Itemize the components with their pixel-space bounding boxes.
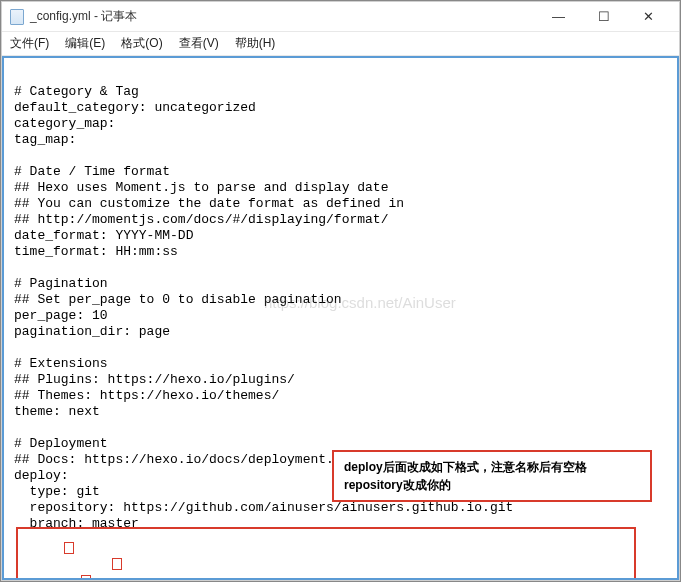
menubar: 文件(F) 编辑(E) 格式(O) 查看(V) 帮助(H) bbox=[2, 32, 679, 56]
notepad-window: _config.yml - 记事本 — ☐ ✕ 文件(F) 编辑(E) 格式(O… bbox=[1, 1, 680, 581]
file-icon bbox=[10, 9, 24, 25]
highlight-space-repository bbox=[112, 558, 122, 570]
window-buttons: — ☐ ✕ bbox=[536, 2, 671, 31]
menu-format[interactable]: 格式(O) bbox=[121, 35, 162, 52]
client-area: # Category & Tag default_category: uncat… bbox=[2, 56, 679, 580]
window-title: _config.yml - 记事本 bbox=[30, 8, 137, 25]
menu-view[interactable]: 查看(V) bbox=[179, 35, 219, 52]
highlight-space-branch bbox=[81, 575, 91, 580]
maximize-button[interactable]: ☐ bbox=[581, 2, 626, 31]
annotation-box: deploy后面改成如下格式，注意名称后有空格 repository改成你的 bbox=[332, 450, 652, 502]
highlight-space-type bbox=[64, 542, 74, 554]
menu-file[interactable]: 文件(F) bbox=[10, 35, 49, 52]
menu-edit[interactable]: 编辑(E) bbox=[65, 35, 105, 52]
minimize-button[interactable]: — bbox=[536, 2, 581, 31]
close-button[interactable]: ✕ bbox=[626, 2, 671, 31]
annotation-line2: repository改成你的 bbox=[344, 476, 640, 494]
menu-help[interactable]: 帮助(H) bbox=[235, 35, 276, 52]
titlebar[interactable]: _config.yml - 记事本 — ☐ ✕ bbox=[2, 2, 679, 32]
annotation-line1: deploy后面改成如下格式，注意名称后有空格 bbox=[344, 458, 640, 476]
